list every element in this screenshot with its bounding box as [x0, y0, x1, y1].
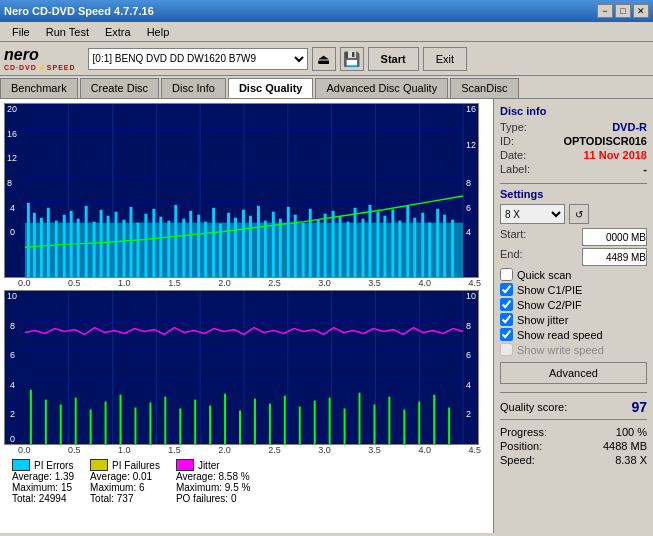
svg-rect-111 — [134, 407, 136, 444]
start-mb-label: Start: — [500, 228, 526, 246]
tab-disc-quality[interactable]: Disc Quality — [228, 78, 314, 98]
speed-label: Speed: — [500, 454, 535, 466]
tab-benchmark[interactable]: Benchmark — [0, 78, 78, 98]
logo-sub: CD·DVD⚡SPEED — [4, 64, 76, 72]
svg-text:16: 16 — [7, 129, 17, 139]
tab-advanced-disc-quality[interactable]: Advanced Disc Quality — [315, 78, 448, 98]
svg-rect-128 — [388, 397, 390, 444]
settings-title: Settings — [500, 188, 647, 200]
pi-failures-max-label: Maximum: — [90, 482, 136, 493]
pi-failures-avg-value: 0.01 — [133, 471, 152, 482]
menu-extra[interactable]: Extra — [97, 24, 139, 40]
svg-text:6: 6 — [10, 350, 15, 360]
quickscan-label: Quick scan — [517, 269, 571, 281]
speed-select[interactable]: 8 X 4 X 2 X Max — [500, 204, 565, 224]
menu-runtest[interactable]: Run Test — [38, 24, 97, 40]
xaxis-label: 0.5 — [68, 278, 81, 288]
show-writespeed-checkbox[interactable] — [500, 343, 513, 356]
show-c1pie-checkbox[interactable] — [500, 283, 513, 296]
pi-errors-total-value: 24994 — [39, 493, 67, 504]
svg-rect-42 — [197, 215, 200, 277]
svg-text:16: 16 — [466, 104, 476, 114]
svg-rect-31 — [115, 212, 118, 277]
tab-create-disc[interactable]: Create Disc — [80, 78, 159, 98]
xaxis-label: 4.0 — [418, 278, 431, 288]
drive-select[interactable]: [0:1] BENQ DVD DD DW1620 B7W9 — [88, 48, 308, 70]
svg-rect-132 — [448, 407, 450, 444]
end-mb-input[interactable] — [582, 248, 647, 266]
pi-failures-label: PI Failures — [112, 460, 160, 471]
xaxis-label: 1.0 — [118, 278, 131, 288]
xaxis-label: 1.0 — [118, 445, 131, 455]
svg-rect-76 — [451, 220, 454, 277]
svg-rect-30 — [107, 216, 110, 277]
jitter-max-label: Maximum: — [176, 482, 222, 493]
svg-rect-75 — [443, 215, 446, 277]
pi-failures-total-value: 737 — [117, 493, 134, 504]
speed-row: 8 X 4 X 2 X Max ↺ — [500, 204, 647, 224]
menu-help[interactable]: Help — [139, 24, 178, 40]
show-c1pie-row: Show C1/PIE — [500, 283, 647, 296]
refresh-button[interactable]: ↺ — [569, 204, 589, 224]
svg-rect-54 — [287, 207, 290, 277]
svg-rect-127 — [373, 405, 375, 444]
start-button[interactable]: Start — [368, 47, 419, 71]
svg-rect-108 — [90, 409, 92, 444]
quickscan-row: Quick scan — [500, 268, 647, 281]
titlebar-controls: − □ ✕ — [597, 4, 649, 18]
svg-text:4: 4 — [466, 380, 471, 390]
svg-rect-107 — [75, 398, 77, 444]
xaxis-label: 2.0 — [218, 278, 231, 288]
disc-id-label: ID: — [500, 135, 514, 147]
xaxis-label: 3.5 — [368, 278, 381, 288]
svg-rect-122 — [299, 406, 301, 444]
position-label: Position: — [500, 440, 542, 452]
tab-disc-info[interactable]: Disc Info — [161, 78, 226, 98]
disc-type-label: Type: — [500, 121, 527, 133]
app-logo: nero CD·DVD⚡SPEED — [4, 46, 76, 72]
svg-rect-38 — [167, 221, 170, 277]
legend-pi-failures: PI Failures Average: 0.01 Maximum: 6 Tot… — [90, 459, 160, 504]
advanced-button[interactable]: Advanced — [500, 362, 647, 384]
logo-nero: nero — [4, 46, 39, 64]
maximize-button[interactable]: □ — [615, 4, 631, 18]
tab-scandisc[interactable]: ScanDisc — [450, 78, 518, 98]
svg-rect-113 — [164, 397, 166, 444]
svg-text:4: 4 — [10, 380, 15, 390]
minimize-button[interactable]: − — [597, 4, 613, 18]
eject-button[interactable]: ⏏ — [312, 47, 336, 71]
svg-rect-116 — [209, 406, 211, 444]
svg-rect-109 — [105, 402, 107, 444]
exit-button[interactable]: Exit — [423, 47, 467, 71]
progress-section: Progress: 100 % Position: 4488 MB Speed:… — [500, 426, 647, 466]
show-readspeed-checkbox[interactable] — [500, 328, 513, 341]
quality-score-row: Quality score: 97 — [500, 399, 647, 415]
menu-file[interactable]: File — [4, 24, 38, 40]
po-failures-value: 0 — [231, 493, 237, 504]
svg-text:6: 6 — [466, 203, 471, 213]
xaxis-label: 3.5 — [368, 445, 381, 455]
show-jitter-checkbox[interactable] — [500, 313, 513, 326]
disc-type-row: Type: DVD-R — [500, 121, 647, 133]
pi-errors-label: PI Errors — [34, 460, 73, 471]
disc-type-value: DVD-R — [612, 121, 647, 133]
quickscan-checkbox[interactable] — [500, 268, 513, 281]
svg-rect-106 — [60, 405, 62, 444]
quality-score-value: 97 — [631, 399, 647, 415]
speed-row: Speed: 8.38 X — [500, 454, 647, 466]
disc-date-label: Date: — [500, 149, 526, 161]
start-mb-input[interactable] — [582, 228, 647, 246]
svg-rect-40 — [182, 219, 185, 277]
svg-rect-126 — [359, 393, 361, 444]
svg-rect-114 — [179, 408, 181, 444]
svg-rect-121 — [284, 396, 286, 444]
svg-rect-70 — [406, 206, 409, 277]
app-title: Nero CD-DVD Speed 4.7.7.16 — [4, 5, 154, 17]
svg-rect-43 — [204, 222, 207, 277]
save-button[interactable]: 💾 — [340, 47, 364, 71]
pi-failures-max-value: 6 — [139, 482, 145, 493]
svg-rect-61 — [339, 217, 342, 277]
svg-rect-39 — [174, 205, 177, 277]
close-button[interactable]: ✕ — [633, 4, 649, 18]
show-c2pif-checkbox[interactable] — [500, 298, 513, 311]
